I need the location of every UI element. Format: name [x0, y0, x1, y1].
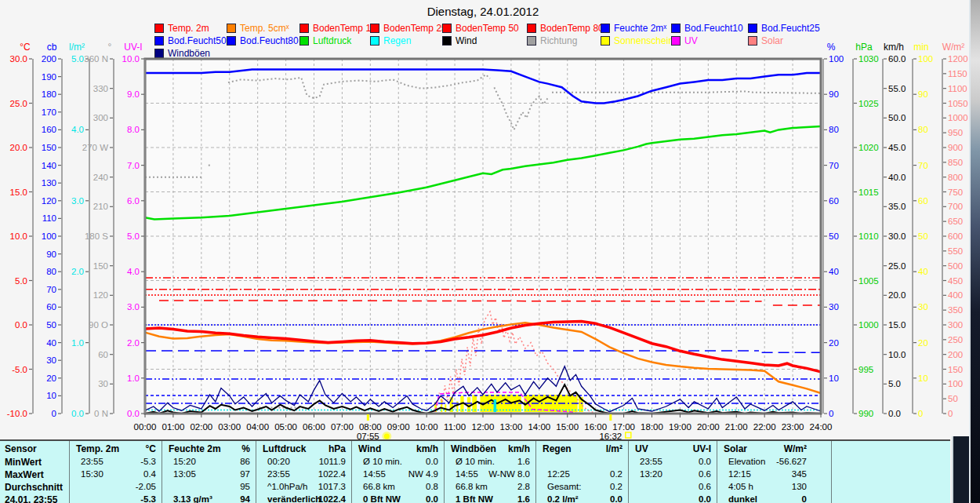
- table-column-header: Temp. 2m°C: [70, 443, 162, 455]
- x-tick-label: 07:00: [331, 422, 354, 432]
- table-cell: 15:2086: [162, 457, 256, 469]
- table-column: UVUV-I23:550.013:200.60.60.0: [628, 441, 717, 503]
- table-cell: veränderlich1022.4: [256, 494, 352, 503]
- x-tick-label: 16:00: [584, 422, 607, 432]
- axis-tick-label: 3.0: [127, 302, 140, 312]
- sunset-sun-icon: [626, 432, 631, 438]
- axis-tick-label: 5.0: [71, 54, 84, 64]
- table-column-name: Windböen: [451, 443, 496, 454]
- table-cell-value: 94: [240, 494, 250, 503]
- axis-tick-label: 330: [93, 84, 108, 93]
- table-column-name: UV: [635, 443, 648, 454]
- table-cell-value: 0.0: [426, 457, 438, 466]
- table-cell-text: 13:05: [173, 469, 196, 479]
- axis-tick-label: 1.0: [127, 374, 140, 383]
- table-cell: 0 Bft NW0.0: [352, 494, 445, 503]
- axis-unit-label: %: [827, 42, 836, 53]
- x-tick-label: 10:00: [416, 422, 438, 432]
- table-cell-value: 0.0: [699, 494, 711, 503]
- axis-tick-label: 1100: [948, 84, 967, 93]
- x-tick-label: 17:00: [612, 422, 635, 432]
- table-column-name: Luftdruck: [263, 443, 306, 454]
- axis-tick-label: 210: [93, 202, 108, 211]
- table-cell-value: 0.8: [426, 482, 438, 491]
- axis-tick-label: 25.0: [888, 261, 906, 271]
- table-column-header: Feuchte 2m%: [162, 443, 256, 455]
- axis-tick-label: 50: [918, 231, 928, 241]
- table-cell: 13:0597: [162, 469, 256, 482]
- table-cell-text: 0.2 l/m²: [547, 494, 579, 503]
- axis-tick-label: 1000: [858, 320, 879, 330]
- table-column: Temp. 2m°C23:55-5.315:300.4-2.05-5.3: [69, 441, 162, 503]
- axis-tick-label: 0: [918, 409, 923, 418]
- axis-tick-label: 55.0: [888, 84, 906, 93]
- table-cell: -2.05: [70, 482, 162, 494]
- axis-tick-label: 20.0: [888, 290, 906, 300]
- axis-tick-label: 950: [948, 128, 963, 137]
- axis-tick-label: 110: [42, 213, 56, 223]
- axis-unit-label: UV-I: [124, 42, 142, 53]
- axis-tick-label: 25.0: [10, 99, 27, 108]
- table-cell-text: 4:05 h: [728, 482, 753, 491]
- axis-tick-label: 800: [948, 173, 963, 182]
- table-cell-text: Gesamt:: [547, 482, 581, 491]
- x-tick-label: 13:00: [500, 422, 523, 432]
- table-cell: 14:55NW 4.9: [352, 469, 445, 482]
- x-tick-label: 15:00: [556, 422, 579, 432]
- table-cell-value: 345: [792, 469, 807, 479]
- axis-tick-label: 30: [46, 355, 56, 365]
- x-tick-label: 23:00: [782, 422, 804, 432]
- axis-tick-label: 150: [42, 143, 56, 152]
- table-cell-text: 12:25: [547, 469, 570, 479]
- table-cell-value: -2.05: [136, 482, 156, 491]
- axis-tick-label: 50.0: [888, 113, 906, 122]
- table-column-header: SolarW/m²: [717, 443, 813, 455]
- axis-tick-label: 240: [93, 173, 108, 182]
- axis-tick-label: 130: [42, 178, 56, 188]
- table-cell-text: 23:55: [640, 457, 662, 466]
- table-column: SolarW/m²Elevation-56.62712:153454:05 h1…: [717, 441, 813, 503]
- axis-tick-label: 1010: [858, 231, 879, 241]
- table-column-unit: °C: [146, 443, 156, 454]
- table-cell: 13:200.6: [629, 469, 717, 482]
- table-cell-value: 1.6: [517, 494, 530, 503]
- axis-unit-label: °C: [20, 42, 31, 53]
- axis-tick-label: 1005: [858, 276, 879, 286]
- table-cell-value: 1022.4: [318, 469, 346, 479]
- axis-tick-label: 15.0: [10, 188, 27, 197]
- table-cell: 4:05 h130: [717, 482, 813, 494]
- axis-tick-label: 50: [46, 320, 56, 330]
- table-column-unit: W/m²: [784, 443, 807, 454]
- table-column: Regenl/m²12:250.2Gesamt:0.20.2 l/m²0.0: [535, 441, 629, 503]
- axis-tick-label: 35.0: [888, 202, 906, 211]
- table-column-header: Windkm/h: [352, 443, 445, 455]
- axis-tick-label: 2.0: [127, 338, 140, 348]
- table-cell: 23:55-5.3: [70, 457, 162, 469]
- x-tick-label: 21:00: [725, 422, 748, 432]
- axis-tick-label: 90: [46, 250, 56, 259]
- table-cell: 0.6: [629, 482, 717, 494]
- axis-tick-label: 1025: [858, 99, 879, 108]
- table-cell-value: NW 4.9: [408, 469, 438, 479]
- table-row-label: Sensor: [5, 443, 37, 456]
- table-column-header: Regenl/m²: [536, 443, 629, 455]
- axis-tick-label: 990: [858, 409, 873, 418]
- table-cell-value: 0.0: [699, 457, 711, 466]
- table-cell: 14:55W-NW 8.0: [445, 469, 536, 482]
- table-cell: [536, 457, 629, 469]
- x-tick-label: 01:00: [162, 422, 185, 432]
- axis-tick-label: 190: [42, 72, 56, 82]
- table-cell-value: -5.3: [140, 457, 156, 466]
- table-column-header: Windböenkm/h: [445, 443, 536, 455]
- table-cell: Ø 10 min.1.6: [445, 457, 536, 469]
- axis-tick-label: 0: [948, 409, 953, 418]
- axis-tick-label: 550: [948, 246, 963, 256]
- axis-tick-label: 60: [918, 196, 928, 206]
- axis-tick-label: 15.0: [888, 320, 906, 330]
- axis-tick-label: 300: [948, 320, 963, 330]
- axis-tick-label: 0.0: [127, 409, 140, 418]
- axis-tick-label: 100: [918, 54, 933, 64]
- axis-tick-label: 600: [948, 231, 963, 241]
- table-cell-value: 0.6: [699, 469, 711, 479]
- axis-tick-label: 100: [829, 54, 844, 64]
